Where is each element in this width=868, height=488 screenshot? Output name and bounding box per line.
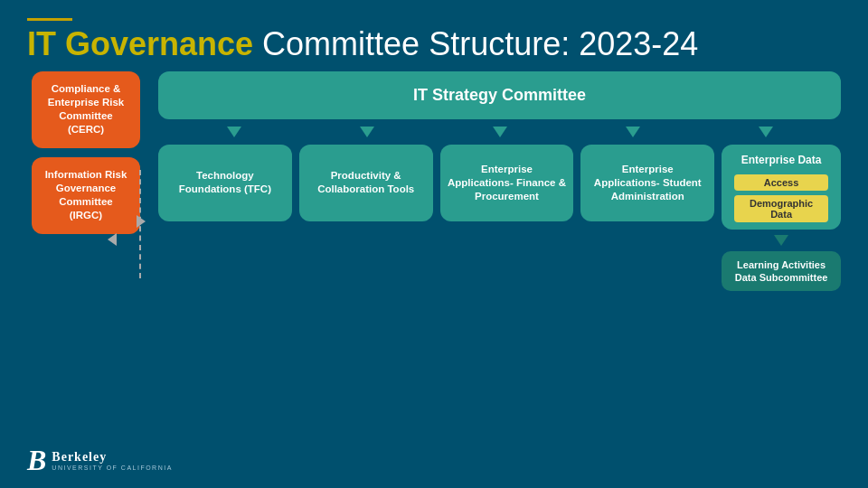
arrow-3 — [493, 127, 507, 137]
enterprise-data-title: Enterprise Data — [741, 154, 822, 166]
berkeley-b-letter: B — [27, 446, 46, 474]
connector-line — [114, 170, 141, 278]
berkeley-logo: B Berkeley UNIVERSITY OF CALIFORNIA — [27, 446, 173, 474]
title-rest: Committee Structure: 2023-24 — [253, 25, 698, 62]
learning-subcommittee-label: Learning Activities Data Subcommittee — [735, 259, 828, 283]
main-layout: Compliance & Enterprise Risk Committee (… — [27, 71, 841, 292]
arrow-5 — [759, 127, 773, 137]
productivity-label: Productivity & Collaboration Tools — [307, 169, 426, 196]
access-tag: Access — [734, 174, 828, 191]
productivity-box: Productivity & Collaboration Tools — [299, 145, 433, 221]
title-area: IT Governance Committee Structure: 2023-… — [27, 18, 841, 62]
berkeley-name: Berkeley — [52, 450, 173, 465]
learning-arrow — [774, 235, 788, 246]
title-underline — [27, 18, 72, 21]
strategy-committee-box: IT Strategy Committee — [158, 71, 841, 119]
connector-arrow-left — [108, 233, 117, 246]
demographic-tag: Demographic Data — [734, 195, 828, 222]
arrow-2 — [360, 127, 374, 137]
arrows-row — [158, 127, 841, 137]
slide: IT Governance Committee Structure: 2023-… — [0, 0, 868, 488]
title-highlight: IT Governance — [27, 25, 253, 62]
enterprise-data-col: Enterprise Data Access Demographic Data … — [722, 145, 841, 292]
cerc-label: Compliance & Enterprise Risk Committee (… — [42, 82, 129, 136]
berkeley-university: UNIVERSITY OF CALIFORNIA — [52, 465, 173, 471]
right-content: IT Strategy Committee Technology Foundat… — [158, 71, 841, 292]
learning-subcommittee-box: Learning Activities Data Subcommittee — [722, 251, 841, 292]
strategy-committee-label: IT Strategy Committee — [413, 86, 586, 104]
arrow-4 — [626, 127, 640, 137]
enterprise-student-label: Enterprise Applications- Student Adminis… — [588, 163, 707, 203]
arrow-1 — [227, 127, 241, 137]
connector-arrow-right — [137, 215, 146, 228]
enterprise-finance-box: Enterprise Applications- Finance & Procu… — [440, 145, 574, 221]
enterprise-student-box: Enterprise Applications- Student Adminis… — [580, 145, 714, 221]
cerc-box: Compliance & Enterprise Risk Committee (… — [32, 71, 140, 148]
page-title: IT Governance Committee Structure: 2023-… — [27, 26, 841, 62]
sub-committees-row: Technology Foundations (TFC) Productivit… — [158, 145, 841, 292]
enterprise-data-box: Enterprise Data Access Demographic Data — [722, 145, 841, 230]
tfc-box: Technology Foundations (TFC) — [158, 145, 292, 221]
enterprise-finance-label: Enterprise Applications- Finance & Procu… — [448, 163, 567, 203]
tfc-label: Technology Foundations (TFC) — [165, 169, 285, 196]
